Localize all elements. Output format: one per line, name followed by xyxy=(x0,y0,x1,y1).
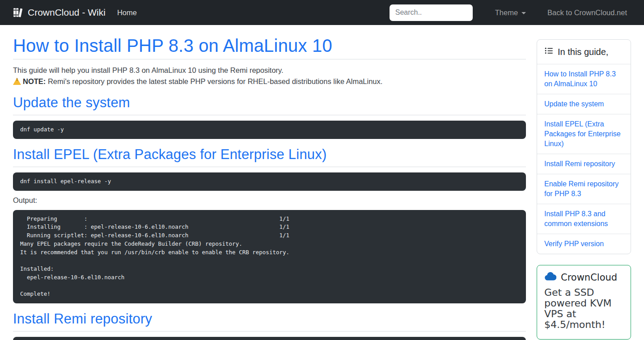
books-icon xyxy=(13,7,24,18)
divider xyxy=(13,167,526,167)
brand[interactable]: CrownCloud - Wiki xyxy=(13,7,106,18)
chevron-down-icon xyxy=(521,12,526,14)
section-heading-install-remi: Install Remi repository xyxy=(13,311,526,327)
divider xyxy=(13,59,526,59)
brand-title: CrownCloud - Wiki xyxy=(28,7,106,18)
code-block-install-epel: dnf install epel-release -y xyxy=(13,172,526,191)
intro-text: This guide will help you install PHP 8.3… xyxy=(13,66,284,74)
page-title: How to Install PHP 8.3 on AlmaLinux 10 xyxy=(13,36,526,55)
toc-header: In this guide, xyxy=(537,40,631,64)
toc-title: In this guide, xyxy=(558,47,608,57)
section-heading-install-epel: Install EPEL (Extra Packages for Enterpr… xyxy=(13,146,526,163)
promo-header: CrownCloud xyxy=(544,272,623,283)
output-label: Output: xyxy=(13,196,526,205)
toc-link-install-php[interactable]: Install PHP 8.3 and common extensions xyxy=(537,204,631,234)
section-heading-update-system: Update the system xyxy=(13,94,526,111)
divider xyxy=(13,115,526,115)
nav-link-home[interactable]: Home xyxy=(117,8,137,17)
toc-link-update-system[interactable]: Update the system xyxy=(537,94,631,114)
back-to-crowncloud-link[interactable]: Back to CrownCloud.net xyxy=(547,8,627,17)
cloud-icon xyxy=(544,272,556,283)
note-label: NOTE: xyxy=(23,77,46,85)
toc-card: In this guide, How to Install PHP 8.3 on… xyxy=(537,39,631,254)
toc-link-install-remi[interactable]: Install Remi repository xyxy=(537,154,631,174)
theme-dropdown[interactable]: Theme xyxy=(495,8,526,17)
sidebar: In this guide, How to Install PHP 8.3 on… xyxy=(537,39,631,340)
toc-link-enable-remi[interactable]: Enable Remi repository for PHP 8.3 xyxy=(537,174,631,204)
note-text: Remi's repository provides the latest st… xyxy=(46,77,382,85)
code-block-dnf-update: dnf update -y xyxy=(13,121,526,139)
toc-link-install-epel[interactable]: Install EPEL (Extra Packages for Enterpr… xyxy=(537,114,631,154)
warning-icon xyxy=(13,78,21,85)
page-body: How to Install PHP 8.3 on AlmaLinux 10 T… xyxy=(0,25,644,340)
theme-label: Theme xyxy=(495,8,518,17)
search-input[interactable] xyxy=(390,4,473,21)
toc-link-verify-php[interactable]: Verify PHP version xyxy=(537,234,631,254)
toc-list: How to Install PHP 8.3 on AlmaLinux 10 U… xyxy=(537,64,631,254)
code-block-epel-output: Preparing : 1/1 Installing : epel-releas… xyxy=(13,210,526,304)
intro-paragraph: This guide will help you install PHP 8.3… xyxy=(13,65,526,87)
toc-link-how-to-install[interactable]: How to Install PHP 8.3 on AlmaLinux 10 xyxy=(537,64,631,94)
divider xyxy=(13,331,526,332)
promo-text: Get a SSD powered KVM VPS at $4.5/month! xyxy=(544,287,623,330)
list-ul-icon xyxy=(544,46,554,58)
code-output-text: Preparing : 1/1 Installing : epel-releas… xyxy=(20,215,519,299)
promo-title: CrownCloud xyxy=(561,272,617,283)
navbar-right: Theme Back to CrownCloud.net xyxy=(390,4,627,21)
code-block-install-remi xyxy=(13,337,526,340)
article: How to Install PHP 8.3 on AlmaLinux 10 T… xyxy=(13,36,526,340)
promo-card[interactable]: CrownCloud Get a SSD powered KVM VPS at … xyxy=(537,265,631,340)
code-text: dnf update -y xyxy=(20,126,519,134)
top-navbar: CrownCloud - Wiki Home Theme Back to Cro… xyxy=(0,0,644,25)
code-text: dnf install epel-release -y xyxy=(20,177,519,186)
